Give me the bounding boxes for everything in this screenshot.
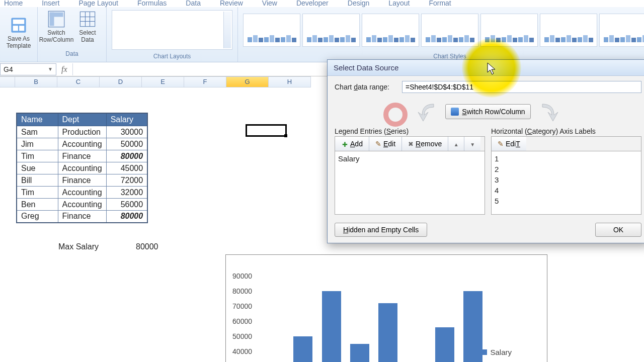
add-series-button[interactable]: Add <box>335 137 369 151</box>
list-item[interactable]: Salary <box>338 153 481 164</box>
table-header: Dept <box>58 113 106 126</box>
name-box-dropdown-icon[interactable]: ▼ <box>48 66 53 72</box>
arrow-left-icon <box>416 100 439 123</box>
list-item[interactable]: 4 <box>495 185 638 196</box>
table-row[interactable]: JimAccounting50000 <box>17 138 147 150</box>
table-row[interactable]: SueAccounting45000 <box>17 162 147 174</box>
axis-labels-list[interactable]: 12345 <box>491 151 641 215</box>
tab-developer[interactable]: Developer <box>292 0 333 7</box>
chart-style-4[interactable] <box>421 14 478 47</box>
select-data-button[interactable]: Select Data <box>72 8 103 49</box>
table-row[interactable]: BillFinance72000 <box>17 174 147 187</box>
chart-style-2[interactable] <box>302 14 360 47</box>
embedded-chart[interactable]: 12345678 Salary 010000200003000040000500… <box>225 254 547 362</box>
svg-rect-3 <box>19 26 24 31</box>
tab-data[interactable]: Data <box>182 0 205 7</box>
chart-style-5[interactable] <box>480 14 538 47</box>
chevron-up-icon <box>454 140 459 148</box>
switch-rc-icon <box>47 10 65 28</box>
plot-area: 12345678 <box>258 276 485 362</box>
table-row[interactable]: BenAccounting56000 <box>17 199 147 211</box>
name-box[interactable]: G4 ▼ <box>0 63 56 75</box>
group-layouts-label: Chart Layouts <box>153 52 191 61</box>
y-tick-label: 60000 <box>227 317 252 325</box>
ribbon: Save As Template Switch Row/Column Selec… <box>0 7 644 62</box>
tab-formulas[interactable]: Formulas <box>133 0 171 7</box>
name-box-value: G4 <box>4 65 13 73</box>
edit-icon <box>375 140 381 148</box>
move-down-button[interactable] <box>464 137 480 151</box>
edit-series-button[interactable]: Edit <box>369 137 402 151</box>
svg-rect-1 <box>13 19 25 24</box>
column-header-B[interactable]: B <box>15 76 57 87</box>
legend-swatch <box>481 349 487 355</box>
column-header-A[interactable] <box>0 76 15 87</box>
tab-home[interactable]: Home <box>0 0 27 7</box>
template-icon <box>10 16 28 34</box>
column-header-E[interactable]: E <box>142 76 184 87</box>
edit-axis-labels-button[interactable]: EdiT <box>492 137 526 151</box>
series-list[interactable]: Salary <box>335 151 485 215</box>
column-header-C[interactable]: C <box>57 76 100 87</box>
tab-format[interactable]: Format <box>425 0 455 7</box>
hidden-empty-cells-button[interactable]: Hidden and Empty Cells <box>335 223 427 237</box>
fx-icon[interactable]: fx <box>56 65 72 74</box>
ribbon-tabs: HomeInsertPage LayoutFormulasDataReviewV… <box>0 0 644 7</box>
list-item[interactable]: 1 <box>495 153 638 164</box>
data-table[interactable]: NameDeptSalary SamProduction30000JimAcco… <box>16 113 148 223</box>
y-tick-label: 70000 <box>227 302 252 310</box>
max-salary-value: 80000 <box>136 242 158 251</box>
dialog-title: Select Data Source <box>328 60 644 76</box>
group-data-label: Data <box>65 49 78 58</box>
chart-layouts-gallery[interactable] <box>112 10 232 50</box>
table-row[interactable]: TimAccounting32000 <box>17 187 147 199</box>
switch-row-column-dialog-button[interactable]: Switch Row/Column <box>445 104 530 119</box>
column-header-G[interactable]: G <box>226 76 269 87</box>
select-data-source-dialog[interactable]: Select Data Source Chart data range: Swi… <box>327 59 644 243</box>
table-row[interactable]: SamProduction30000 <box>17 126 147 138</box>
bar <box>322 291 341 362</box>
switch-rc-label: Switch Row/Column <box>39 29 74 43</box>
ok-button[interactable]: OK <box>595 223 641 237</box>
bar <box>293 336 312 362</box>
chart-data-range-label: Chart data range: <box>335 83 398 91</box>
chart-style-3[interactable] <box>362 14 419 47</box>
column-header-H[interactable]: H <box>269 76 311 87</box>
select-data-label: Select Data <box>72 29 103 43</box>
axis-labels-header: Horizontal (Category) Axis Labels <box>491 127 641 136</box>
table-row[interactable]: GregFinance80000 <box>17 211 147 223</box>
tab-insert[interactable]: Insert <box>38 0 63 7</box>
list-item[interactable]: 2 <box>495 164 638 174</box>
remove-icon <box>408 140 414 148</box>
legend-entries-header: Legend Entries (Series) <box>335 127 485 136</box>
list-item[interactable]: 5 <box>495 196 638 206</box>
switch-row-column-button[interactable]: Switch Row/Column <box>41 8 72 49</box>
chevron-down-icon <box>470 140 475 148</box>
move-up-button[interactable] <box>448 137 464 151</box>
y-tick-label: 80000 <box>227 287 252 295</box>
active-cell-outline <box>246 124 287 137</box>
chart-styles-gallery[interactable] <box>241 8 644 52</box>
legend-label: Salary <box>490 348 512 356</box>
list-item[interactable]: 3 <box>495 174 638 185</box>
column-header-F[interactable]: F <box>184 76 226 87</box>
chart-legend: Salary <box>481 348 512 356</box>
tab-view[interactable]: View <box>258 0 281 7</box>
tab-page-layout[interactable]: Page Layout <box>74 0 122 7</box>
table-header: Name <box>17 113 58 126</box>
tab-review[interactable]: Review <box>216 0 247 7</box>
chart-data-range-input[interactable] <box>402 81 641 93</box>
tab-design[interactable]: Design <box>344 0 374 7</box>
save-as-template-button[interactable]: Save As Template <box>3 14 34 55</box>
chart-style-6[interactable] <box>540 14 597 47</box>
y-tick-label: 40000 <box>227 347 252 355</box>
chart-style-1[interactable] <box>243 14 300 47</box>
tab-layout[interactable]: Layout <box>384 0 414 7</box>
y-tick-label: 50000 <box>227 332 252 340</box>
remove-series-button[interactable]: Remove <box>402 137 448 151</box>
table-row[interactable]: TimFinance80000 <box>17 150 147 162</box>
chart-style-7[interactable] <box>599 14 644 47</box>
svg-rect-7 <box>80 12 95 26</box>
column-header-D[interactable]: D <box>100 76 142 87</box>
bar <box>350 344 369 362</box>
